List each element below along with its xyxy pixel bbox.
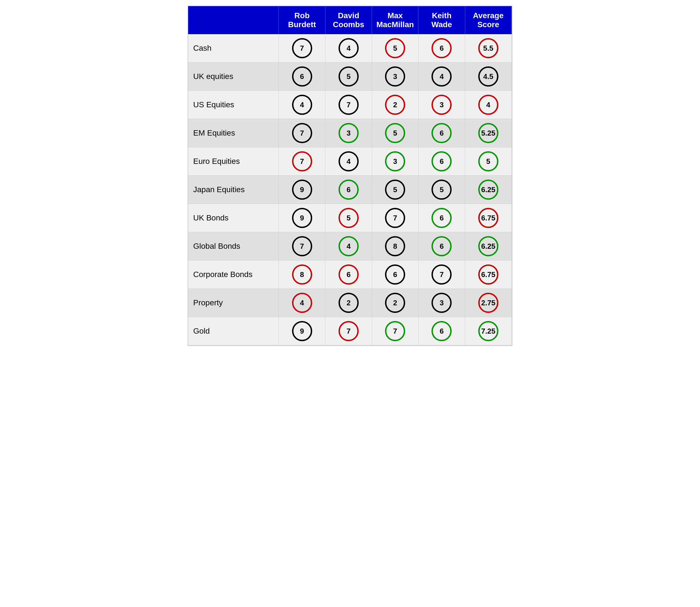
cell-row1-col5: 4.5 xyxy=(465,62,512,91)
asset-class-label: UK equities xyxy=(188,62,279,91)
asset-class-label: Cash xyxy=(188,34,279,62)
score-circle: 6.75 xyxy=(478,265,499,285)
score-circle: 8 xyxy=(292,265,312,285)
cell-row4-col3: 3 xyxy=(372,147,418,175)
score-circle: 7 xyxy=(292,236,312,256)
cell-row9-col1: 4 xyxy=(279,289,325,317)
cell-row3-col4: 6 xyxy=(418,119,465,147)
score-circle: 3 xyxy=(431,95,452,115)
score-circle: 6 xyxy=(431,123,452,143)
table-row: Gold97767.25 xyxy=(188,317,512,346)
cell-row10-col3: 7 xyxy=(372,317,418,346)
score-circle: 5 xyxy=(431,180,452,200)
score-circle: 4 xyxy=(431,66,452,87)
asset-class-label: Global Bonds xyxy=(188,232,279,260)
score-circle: 6.25 xyxy=(478,236,499,256)
cell-row2-col1: 4 xyxy=(279,91,325,119)
asset-class-label: Corporate Bonds xyxy=(188,260,279,289)
score-circle: 6 xyxy=(431,151,452,171)
cell-row0-col3: 5 xyxy=(372,34,418,62)
cell-row7-col1: 7 xyxy=(279,232,325,260)
score-circle: 4 xyxy=(339,151,359,171)
cell-row10-col1: 9 xyxy=(279,317,325,346)
score-circle: 7 xyxy=(385,208,405,228)
score-circle: 7 xyxy=(292,151,312,171)
score-circle: 2 xyxy=(339,293,359,313)
score-circle: 6 xyxy=(292,66,312,87)
cell-row5-col4: 5 xyxy=(418,175,465,204)
cell-row9-col4: 3 xyxy=(418,289,465,317)
cell-row3-col2: 3 xyxy=(325,119,372,147)
score-circle: 6 xyxy=(385,265,405,285)
score-circle: 5 xyxy=(385,123,405,143)
table-row: UK Bonds95766.75 xyxy=(188,204,512,232)
score-circle: 7 xyxy=(339,95,359,115)
score-circle: 8 xyxy=(385,236,405,256)
table-row: Global Bonds74866.25 xyxy=(188,232,512,260)
cell-row2-col5: 4 xyxy=(465,91,512,119)
score-circle: 5 xyxy=(339,66,359,87)
table-row: UK equities65344.5 xyxy=(188,62,512,91)
cell-row2-col2: 7 xyxy=(325,91,372,119)
cell-row2-col3: 2 xyxy=(372,91,418,119)
cell-row2-col4: 3 xyxy=(418,91,465,119)
score-circle: 5 xyxy=(339,208,359,228)
score-circle: 6 xyxy=(431,236,452,256)
header-col0 xyxy=(188,6,279,34)
score-circle: 2.75 xyxy=(478,293,499,313)
cell-row7-col3: 8 xyxy=(372,232,418,260)
cell-row7-col2: 4 xyxy=(325,232,372,260)
asset-class-label: Property xyxy=(188,289,279,317)
cell-row1-col4: 4 xyxy=(418,62,465,91)
score-circle: 4 xyxy=(339,236,359,256)
score-circle: 6 xyxy=(431,38,452,58)
score-circle: 3 xyxy=(385,151,405,171)
header-david: David Coombs xyxy=(325,6,372,34)
score-circle: 5 xyxy=(385,38,405,58)
cell-row4-col4: 6 xyxy=(418,147,465,175)
cell-row1-col2: 5 xyxy=(325,62,372,91)
cell-row5-col2: 6 xyxy=(325,175,372,204)
score-circle: 7 xyxy=(385,321,405,341)
score-circle: 6 xyxy=(431,321,452,341)
score-circle: 4 xyxy=(339,38,359,58)
header-max: Max MacMillan xyxy=(372,6,418,34)
score-circle: 4 xyxy=(478,95,499,115)
table-row: Property42232.75 xyxy=(188,289,512,317)
score-circle: 3 xyxy=(431,293,452,313)
score-circle: 6 xyxy=(339,180,359,200)
cell-row8-col5: 6.75 xyxy=(465,260,512,289)
cell-row3-col1: 7 xyxy=(279,119,325,147)
cell-row0-col4: 6 xyxy=(418,34,465,62)
table-row: Euro Equities74365 xyxy=(188,147,512,175)
cell-row7-col4: 6 xyxy=(418,232,465,260)
score-circle: 7 xyxy=(292,38,312,58)
asset-class-label: EM Equities xyxy=(188,119,279,147)
asset-class-label: Gold xyxy=(188,317,279,346)
cell-row4-col5: 5 xyxy=(465,147,512,175)
cell-row10-col2: 7 xyxy=(325,317,372,346)
score-circle: 4.5 xyxy=(478,66,499,87)
table-row: US Equities47234 xyxy=(188,91,512,119)
cell-row4-col2: 4 xyxy=(325,147,372,175)
score-circle: 7 xyxy=(431,265,452,285)
cell-row6-col2: 5 xyxy=(325,204,372,232)
cell-row9-col5: 2.75 xyxy=(465,289,512,317)
table-row: Japan Equities96556.25 xyxy=(188,175,512,204)
header-rob: Rob Burdett xyxy=(279,6,325,34)
cell-row4-col1: 7 xyxy=(279,147,325,175)
cell-row8-col3: 6 xyxy=(372,260,418,289)
cell-row8-col1: 8 xyxy=(279,260,325,289)
score-circle: 6.75 xyxy=(478,208,499,228)
cell-row10-col5: 7.25 xyxy=(465,317,512,346)
cell-row9-col3: 2 xyxy=(372,289,418,317)
asset-class-label: Japan Equities xyxy=(188,175,279,204)
cell-row5-col3: 5 xyxy=(372,175,418,204)
score-circle: 7.25 xyxy=(478,321,499,341)
score-circle: 5 xyxy=(385,180,405,200)
cell-row1-col3: 3 xyxy=(372,62,418,91)
score-circle: 7 xyxy=(292,123,312,143)
asset-class-label: UK Bonds xyxy=(188,204,279,232)
cell-row3-col5: 5.25 xyxy=(465,119,512,147)
cell-row0-col2: 4 xyxy=(325,34,372,62)
